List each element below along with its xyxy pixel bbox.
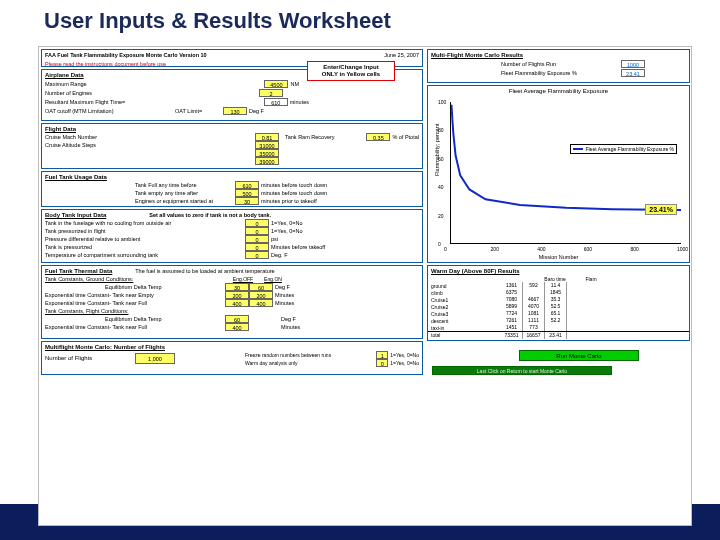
engon: Eng.ON — [258, 276, 288, 282]
b-yn2: 1=Yes, 0=No — [271, 228, 303, 234]
xtick: 400 — [537, 246, 545, 252]
freeze-val[interactable]: 1 — [376, 351, 388, 359]
max-range-lbl: Maximum Range — [45, 81, 165, 87]
warm-rowlbl: Cruise2 — [431, 304, 501, 310]
engines-val[interactable]: 2 — [259, 89, 283, 97]
warm-val[interactable]: 0 — [376, 359, 388, 367]
runs-val: 1000 — [621, 60, 645, 68]
eq-on[interactable]: 60 — [249, 283, 273, 291]
warm-c3: 65.1 — [545, 310, 567, 317]
u-m2: Minutes — [275, 300, 294, 306]
freeze-lbl: Freeze random numbers between runs — [245, 352, 331, 358]
o2[interactable]: 400 — [225, 299, 249, 307]
warm-c1: 7724 — [501, 310, 523, 317]
ram-lbl: Tank Ram Recovery — [285, 134, 335, 140]
usage-heading: Fuel Tank Usage Data — [42, 172, 422, 181]
chart-legend: Fleet Average Flammability Exposure % — [570, 144, 677, 154]
hint-l1: Enter/Change Input — [311, 64, 391, 71]
return-button[interactable]: Last Click on Return to start Monte Carl… — [432, 366, 612, 375]
xtick: 200 — [491, 246, 499, 252]
chart-callout: 23.41% — [645, 204, 677, 215]
xtick: 0 — [444, 246, 447, 252]
o1[interactable]: 200 — [225, 291, 249, 299]
warm-rowlbl: Cruise3 — [431, 311, 501, 317]
xtick: 600 — [584, 246, 592, 252]
warm-c2: 1081 — [523, 310, 545, 317]
eng-unit: minutes prior to takeoff — [261, 198, 317, 204]
chart-plot — [450, 102, 681, 244]
warm-c3: 35.3 — [545, 296, 567, 303]
full-lbl: Tank Full any time before — [135, 182, 235, 188]
b-l4: Tank is pressurized — [45, 244, 245, 250]
nf-val[interactable]: 1,000 — [135, 353, 175, 364]
worksheet: FAA Fuel Tank Flammability Exposure Mont… — [38, 46, 692, 526]
xtick: 1000 — [677, 246, 688, 252]
app-title: FAA Fuel Tank Flammability Exposure Mont… — [45, 52, 207, 58]
eq2[interactable]: 60 — [225, 315, 249, 323]
b-v4[interactable]: 0 — [245, 243, 269, 251]
b-u4: Minutes before takeoff — [271, 244, 325, 250]
b-v2[interactable]: 0 — [245, 227, 269, 235]
b-l1: Tank in the fuselage with no cooling fro… — [45, 220, 245, 226]
max-range-val[interactable]: 4500 — [264, 80, 288, 88]
run-monte-carlo-button[interactable]: Run Monte Carlo — [519, 350, 639, 361]
exp-e: Exponential time Constant- Tank near Emp… — [45, 292, 225, 298]
eng-val[interactable]: 30 — [235, 197, 259, 205]
ytick: 80 — [438, 127, 444, 133]
empty-val[interactable]: 500 — [235, 189, 259, 197]
app-warn: Please read the instructions document be… — [45, 61, 166, 67]
b-l2: Tank pressurized in flight — [45, 228, 245, 234]
warm-c3 — [545, 324, 567, 331]
step3[interactable]: 39000 — [255, 157, 279, 165]
ytick: 20 — [438, 213, 444, 219]
warm-rowlbl: taxi-in — [431, 325, 501, 331]
wc2: Flam — [573, 276, 609, 282]
ytick: 0 — [438, 241, 441, 247]
oat-limit-val[interactable]: 130 — [223, 107, 247, 115]
warm-c3: 1845 — [545, 289, 567, 296]
thermal-note: The fuel is assumed to be loaded at ambi… — [135, 268, 274, 275]
exp3[interactable]: 400 — [225, 323, 249, 331]
ram-val[interactable]: 0.35 — [366, 133, 390, 141]
ram-unit: % of Ptotal — [392, 134, 419, 140]
exp-f: Exponential time Constant- Tank near Ful… — [45, 300, 225, 306]
b-v5[interactable]: 0 — [245, 251, 269, 259]
steps-lbl: Cruise Altitude Steps — [45, 142, 165, 148]
b-v1[interactable]: 0 — [245, 219, 269, 227]
warm-rowlbl: climb — [431, 290, 501, 296]
xtick: 800 — [630, 246, 638, 252]
warm-c2: 1111 — [523, 317, 545, 324]
step2[interactable]: 35000 — [255, 149, 279, 157]
b-u3: psi — [271, 236, 278, 242]
full-val[interactable]: 610 — [235, 181, 259, 189]
n1[interactable]: 200 — [249, 291, 273, 299]
ytick: 40 — [438, 184, 444, 190]
warm-c1: 73351 — [501, 332, 523, 339]
u-m3: Minutes — [281, 324, 300, 330]
step1[interactable]: 31000 — [255, 141, 279, 149]
oat-cutoff: OAT cutoff (MTM Limitation) — [45, 108, 165, 114]
ft-lbl: Resultant Maximum Flight Time= — [45, 99, 185, 105]
empty-lbl: Tank empty any time after — [135, 190, 235, 196]
mach-val[interactable]: 0.81 — [255, 133, 279, 141]
n2[interactable]: 400 — [249, 299, 273, 307]
exp-val: 23.41 — [621, 69, 645, 77]
warm-c2: 16657 — [523, 332, 545, 339]
exp-lbl: Fleet Flammability Exposure % — [501, 70, 621, 76]
runs-lbl: Number of Flights Run — [501, 61, 621, 67]
chart-line — [451, 102, 681, 243]
yn2: 1=Yes, 0=No — [390, 360, 419, 366]
warm-c2: 4070 — [523, 303, 545, 310]
u-deg: Deg F — [275, 284, 290, 290]
chart-xlabel: Mission Number — [539, 254, 579, 260]
eq-off[interactable]: 30 — [225, 283, 249, 291]
b-v3[interactable]: 0 — [245, 235, 269, 243]
legend-swatch — [573, 148, 583, 150]
warm-rowlbl: Cruise1 — [431, 297, 501, 303]
b-l5: Temperature of compartment surrounding t… — [45, 252, 245, 258]
warm-c2 — [523, 289, 545, 296]
nf-heading: Multiflight Monte Carlo: Number of Fligh… — [42, 342, 422, 351]
results-heading: Multi-Flight Monte Carlo Results — [428, 50, 689, 59]
warm-c1: 5899 — [501, 303, 523, 310]
body-note: Set all values to zero if tank is not a … — [149, 212, 271, 219]
